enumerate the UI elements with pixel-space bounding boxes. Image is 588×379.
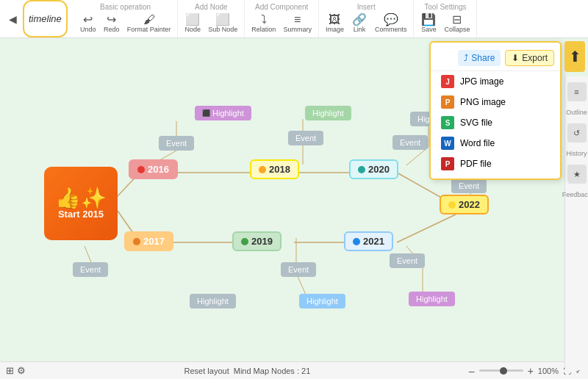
highlight-2016-node[interactable]: ⬛ Highlight: [195, 106, 251, 120]
collapse-button[interactable]: ⊟Collapse: [442, 12, 472, 35]
year-2018-label: 2018: [269, 164, 290, 175]
export-svg-item[interactable]: S SVG file: [431, 112, 560, 133]
export-word-item[interactable]: W Word file: [431, 133, 560, 154]
add-node-label: Add Node: [195, 3, 227, 11]
event-2016-label: Event: [166, 139, 187, 148]
event-2020-label: Event: [400, 138, 420, 147]
year-2016-label: 2016: [148, 164, 169, 175]
reset-layout-button[interactable]: Reset layout: [184, 367, 229, 375]
insert-label: Insert: [357, 3, 376, 11]
year-2020-node[interactable]: 2020: [349, 159, 398, 179]
highlight-2017-node[interactable]: Highlight: [190, 294, 236, 308]
center-node-label: Start 2015: [58, 209, 104, 220]
image-button[interactable]: 🖼Image: [323, 12, 346, 35]
event-2020-node[interactable]: Event: [392, 135, 428, 150]
insert-group: Insert 🖼Image 🔗Link 💬Comments: [319, 0, 415, 37]
pdf-icon: P: [441, 157, 454, 170]
jpg-icon: J: [441, 75, 454, 88]
export-pdf-item[interactable]: P PDF file: [431, 154, 560, 174]
history-button[interactable]: ↺: [567, 123, 587, 142]
bottombar: ⊞ ⚙ Reset layout Mind Map Nodes : 21 – +…: [0, 361, 588, 379]
zoom-plus-button[interactable]: +: [528, 365, 534, 377]
year-2019-node[interactable]: 2019: [232, 231, 282, 251]
pdf-label: PDF file: [460, 159, 492, 169]
add-component-label: Add Component: [255, 3, 308, 11]
link-button[interactable]: 🔗Link: [349, 12, 370, 35]
year-2022-label: 2022: [459, 199, 480, 210]
export-icon: ⬇: [512, 53, 519, 63]
save-button[interactable]: 💾Save: [418, 12, 439, 35]
highlight-2019-node[interactable]: Highlight: [299, 294, 345, 308]
canvas: 👍✨ Start 2015 2016 2017 2018 2019 2020 2…: [0, 38, 588, 370]
export-jpg-item[interactable]: J JPG image: [431, 71, 560, 92]
relation-button[interactable]: ⤵Relation: [249, 12, 278, 35]
outline-button[interactable]: ≡: [567, 82, 587, 101]
document-title[interactable]: timeline: [23, 0, 68, 37]
event-2017-label: Event: [80, 265, 101, 274]
year-2017-node[interactable]: 2017: [124, 231, 173, 251]
year-2021-node[interactable]: 2021: [344, 231, 393, 251]
add-node-group: Add Node ⬜Node ⬜Sub Node: [178, 0, 245, 37]
highlight-2021-node[interactable]: Highlight: [409, 292, 455, 306]
event-2018-node[interactable]: Event: [288, 131, 323, 145]
year-2022-node[interactable]: 2022: [440, 195, 489, 214]
bottom-left-icons: ⊞ ⚙: [6, 365, 26, 376]
share-label: Share: [471, 53, 495, 63]
back-button[interactable]: ◀: [3, 0, 23, 37]
toolbar: ◀ timeline Basic operation ↩Undo ↪Redo 🖌…: [0, 0, 588, 38]
year-2018-node[interactable]: 2018: [250, 159, 299, 179]
node-button[interactable]: ⬜Node: [182, 12, 203, 35]
export-png-item[interactable]: P PNG image: [431, 92, 560, 112]
highlight-2018-node[interactable]: Highlight: [305, 106, 351, 120]
add-node-icons: ⬜Node ⬜Sub Node: [182, 12, 240, 35]
event-2021-node[interactable]: Event: [390, 253, 425, 268]
sub-node-button[interactable]: ⬜Sub Node: [206, 12, 240, 35]
zoom-slider[interactable]: [479, 369, 523, 372]
settings-icon[interactable]: ⚙: [17, 365, 26, 376]
highlight-2019-label: Highlight: [306, 297, 338, 306]
node-count-label: Mind Map Nodes : 21: [234, 367, 311, 375]
year-2019-label: 2019: [251, 236, 273, 247]
highlight-2021-label: Highlight: [416, 295, 448, 303]
event-2019-node[interactable]: Event: [281, 262, 316, 277]
highlight-2016-label: Highlight: [212, 109, 244, 118]
event-2021-label: Event: [397, 256, 417, 265]
basic-operation-group: Basic operation ↩Undo ↪Redo 🖌Format Pain…: [74, 0, 179, 37]
export-header: ⤴ Share ⬇ Export: [431, 47, 560, 71]
comments-button[interactable]: 💬Comments: [373, 12, 409, 35]
feedback-button[interactable]: ★: [567, 165, 587, 184]
share-button[interactable]: ⤴ Share: [458, 50, 501, 66]
year-2020-label: 2020: [368, 164, 390, 175]
event-2017-node[interactable]: Event: [73, 262, 108, 277]
history-label: History: [566, 150, 587, 157]
redo-button[interactable]: ↪Redo: [101, 12, 122, 35]
tool-settings-group: Tool Settings 💾Save ⊟Collapse: [414, 0, 477, 37]
share-icon: ⤴: [464, 53, 468, 63]
highlight-2018-label: Highlight: [312, 109, 344, 118]
zoom-dot: [500, 367, 507, 375]
png-label: PNG image: [460, 97, 506, 107]
outline-label: Outline: [566, 109, 587, 116]
event-2016-node[interactable]: Event: [159, 136, 194, 151]
year-2016-node[interactable]: 2016: [129, 159, 178, 179]
event-2022-label: Event: [459, 181, 479, 190]
home-icon[interactable]: ⊞: [6, 365, 14, 376]
year-2021-label: 2021: [363, 236, 384, 247]
bottom-center-info: Reset layout Mind Map Nodes : 21: [184, 367, 311, 375]
insert-icons: 🖼Image 🔗Link 💬Comments: [323, 12, 409, 35]
add-component-icons: ⤵Relation ≡Summary: [249, 12, 314, 35]
center-node[interactable]: 👍✨ Start 2015: [44, 167, 118, 240]
word-label: Word file: [460, 138, 495, 148]
right-sidebar: ≡ Outline ↺ History ★ Feedback: [564, 76, 588, 370]
export-panel: ⤴ Share ⬇ Export J JPG image P PNG image…: [429, 41, 562, 180]
zoom-minus-button[interactable]: –: [469, 365, 475, 377]
format-painter-button[interactable]: 🖌Format Painter: [125, 12, 173, 35]
basic-operation-label: Basic operation: [100, 3, 151, 11]
svg-icon: S: [441, 116, 454, 129]
export-button[interactable]: ⬇ Export: [505, 50, 554, 66]
summary-button[interactable]: ≡Summary: [281, 12, 314, 35]
export-label: Export: [522, 53, 548, 63]
upload-arrow-button[interactable]: ⬆: [564, 41, 585, 72]
event-2022-node[interactable]: Event: [451, 178, 487, 193]
undo-button[interactable]: ↩Undo: [78, 12, 98, 35]
